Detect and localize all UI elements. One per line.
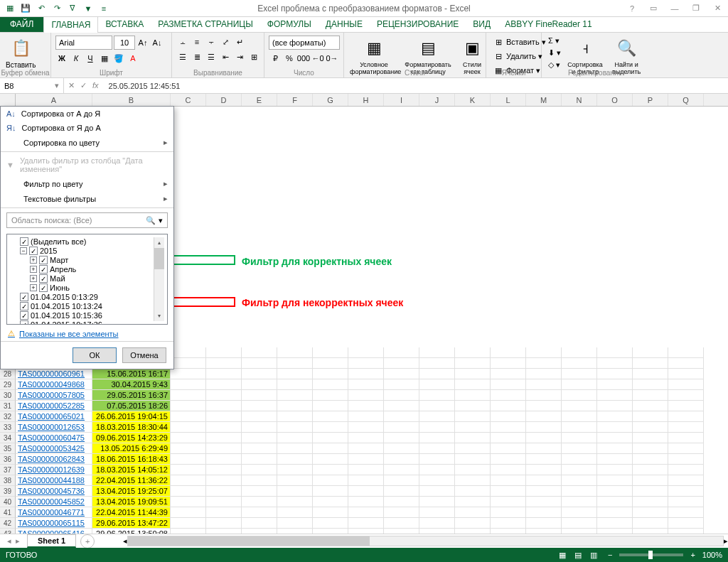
cell-empty[interactable] — [348, 358, 384, 369]
tree-month-jun[interactable]: +✓Июнь — [10, 283, 154, 292]
cell-date[interactable]: 09.06.2015 14:23:29 — [92, 433, 171, 443]
cell-empty[interactable] — [171, 529, 206, 534]
cell-empty[interactable] — [206, 507, 242, 518]
indent-inc-icon[interactable]: ⇥ — [233, 50, 246, 63]
cell-empty[interactable] — [491, 422, 526, 433]
cell-empty[interactable] — [313, 443, 348, 454]
cell-empty[interactable] — [384, 443, 419, 454]
cell-empty[interactable] — [633, 347, 668, 358]
zoom-out-icon[interactable]: − — [608, 551, 612, 559]
cell-empty[interactable] — [526, 443, 562, 454]
cell-empty[interactable] — [242, 486, 277, 497]
cell-empty[interactable] — [348, 369, 384, 379]
cell-empty[interactable] — [455, 529, 491, 534]
row-header[interactable]: 43 — [0, 529, 16, 534]
cell-empty[interactable] — [562, 411, 597, 422]
cell-empty[interactable] — [171, 497, 206, 507]
cell-id[interactable]: TAS000000062843 — [16, 454, 92, 465]
cell-empty[interactable] — [633, 369, 668, 379]
cell-empty[interactable] — [242, 433, 277, 443]
cell-empty[interactable] — [277, 358, 313, 369]
cell-empty[interactable] — [633, 433, 668, 443]
cell-empty[interactable] — [171, 443, 206, 454]
cell-empty[interactable] — [419, 486, 455, 497]
cell-empty[interactable] — [277, 347, 313, 358]
tree-select-all[interactable]: ✓(Выделить все) — [10, 237, 154, 246]
cell-empty[interactable] — [206, 411, 242, 422]
cell-id[interactable]: TAS000000053425 — [16, 443, 92, 454]
cell-empty[interactable] — [491, 401, 526, 411]
cell-empty[interactable] — [384, 475, 419, 486]
cell-empty[interactable] — [242, 507, 277, 518]
cell-empty[interactable] — [597, 401, 633, 411]
cell-empty[interactable] — [526, 518, 562, 529]
cell-empty[interactable] — [562, 401, 597, 411]
cell-empty[interactable] — [562, 358, 597, 369]
sheet-tab-1[interactable]: Sheet 1 — [27, 534, 76, 548]
cell-empty[interactable] — [242, 465, 277, 475]
align-top-icon[interactable]: ⫠ — [176, 36, 189, 48]
cell-empty[interactable] — [206, 529, 242, 534]
cell-empty[interactable] — [455, 465, 491, 475]
row-header[interactable]: 38 — [0, 475, 16, 486]
tab-home[interactable]: ГЛАВНАЯ — [43, 16, 98, 33]
sheet-nav-last-icon[interactable]: ▸ — [16, 536, 20, 546]
cell-empty[interactable] — [419, 443, 455, 454]
cell-empty[interactable] — [419, 454, 455, 465]
cell-empty[interactable] — [348, 433, 384, 443]
tree-date-3[interactable]: ✓01.04.2015 10:17:36 — [10, 320, 154, 325]
cell-empty[interactable] — [562, 369, 597, 379]
cell-empty[interactable] — [419, 379, 455, 390]
cell-empty[interactable] — [597, 465, 633, 475]
cell-empty[interactable] — [597, 433, 633, 443]
cell-empty[interactable] — [277, 475, 313, 486]
align-center-icon[interactable]: ≣ — [191, 50, 203, 63]
cell-empty[interactable] — [562, 465, 597, 475]
cell-empty[interactable] — [526, 475, 562, 486]
cell-empty[interactable] — [455, 369, 491, 379]
cell-empty[interactable] — [491, 347, 526, 358]
cell-empty[interactable] — [277, 411, 313, 422]
col-header-k[interactable]: K — [455, 94, 491, 106]
cell-id[interactable]: TAS000000046771 — [16, 507, 92, 518]
cell-empty[interactable] — [348, 347, 384, 358]
tab-layout[interactable]: РАЗМЕТКА СТРАНИЦЫ — [151, 16, 260, 32]
tab-data[interactable]: ДАННЫЕ — [318, 16, 370, 32]
cell-empty[interactable] — [277, 518, 313, 529]
filter-icon[interactable]: ▼ — [81, 1, 95, 16]
cell-empty[interactable] — [206, 379, 242, 390]
cell-empty[interactable] — [562, 390, 597, 401]
cell-empty[interactable] — [242, 369, 277, 379]
tab-insert[interactable]: ВСТАВКА — [98, 16, 151, 32]
cell-empty[interactable] — [313, 379, 348, 390]
cell-empty[interactable] — [562, 379, 597, 390]
cell-empty[interactable] — [384, 507, 419, 518]
tree-scrollbar[interactable]: ▴ ▾ — [154, 237, 164, 321]
cell-empty[interactable] — [277, 390, 313, 401]
horizontal-scrollbar[interactable]: ◂ ▸ — [123, 536, 728, 546]
cell-empty[interactable] — [455, 401, 491, 411]
cell-id[interactable]: TAS000000060961 — [16, 369, 92, 379]
cell-date[interactable]: 29.06.2015 13:47:22 — [92, 518, 171, 529]
cell-empty[interactable] — [419, 422, 455, 433]
tree-date-2[interactable]: ✓01.04.2015 10:15:36 — [10, 311, 154, 320]
cell-empty[interactable] — [455, 422, 491, 433]
cell-empty[interactable] — [526, 465, 562, 475]
row-header[interactable]: 33 — [0, 422, 16, 433]
cell-empty[interactable] — [562, 486, 597, 497]
cell-empty[interactable] — [171, 411, 206, 422]
cell-empty[interactable] — [313, 507, 348, 518]
fill-button[interactable]: ⬇ ▾ — [546, 48, 563, 58]
cell-empty[interactable] — [633, 507, 668, 518]
cell-empty[interactable] — [419, 390, 455, 401]
cell-empty[interactable] — [206, 518, 242, 529]
cell-empty[interactable] — [277, 454, 313, 465]
cell-empty[interactable] — [384, 369, 419, 379]
col-header-n[interactable]: N — [562, 94, 597, 106]
cell-empty[interactable] — [242, 358, 277, 369]
cell-empty[interactable] — [313, 369, 348, 379]
row-header[interactable]: 37 — [0, 465, 16, 475]
cell-empty[interactable] — [348, 518, 384, 529]
cell-empty[interactable] — [384, 529, 419, 534]
tree-date-0[interactable]: ✓01.04.2015 0:13:29 — [10, 293, 154, 301]
